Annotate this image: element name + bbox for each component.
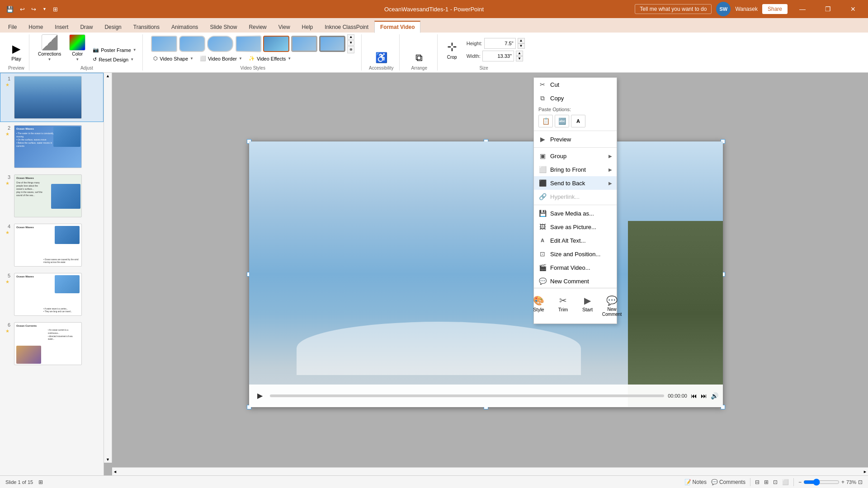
tab-help[interactable]: Help: [296, 21, 319, 33]
ctx-new-comment-label: New Comment: [550, 278, 612, 285]
zoom-in-btn[interactable]: +: [841, 479, 844, 485]
qa-more-btn[interactable]: ▼: [41, 6, 48, 12]
slide-item-1[interactable]: 1 ★: [0, 73, 104, 122]
video-style-1[interactable]: [151, 36, 177, 52]
ctx-new-comment[interactable]: 💬 New Comment: [534, 274, 617, 288]
ctx-sep-3: [534, 205, 617, 205]
styles-scroll-down[interactable]: ▼: [347, 40, 354, 46]
styles-more[interactable]: ⊕: [347, 46, 354, 53]
save-quickaccess-btn[interactable]: 💾: [5, 5, 15, 14]
horizontal-scroll[interactable]: ◄ ►: [112, 467, 868, 475]
tab-review[interactable]: Review: [243, 21, 272, 33]
tab-design[interactable]: Design: [99, 21, 127, 33]
slide-sorter-btn[interactable]: ⊞: [764, 479, 769, 485]
redo-btn[interactable]: ↪: [29, 5, 38, 14]
ctx-hyperlink: 🔗 Hyperlink...: [534, 190, 617, 203]
video-style-3[interactable]: [207, 36, 233, 52]
ctx-edit-alt[interactable]: A Edit Alt Text...: [534, 234, 617, 247]
tab-transitions[interactable]: Transitions: [127, 21, 165, 33]
reading-view-btn[interactable]: ⊡: [773, 479, 778, 485]
paste-opt-1[interactable]: 📋: [538, 115, 553, 127]
height-down-btn[interactable]: ▼: [518, 43, 525, 49]
qa-extra-btn[interactable]: ⊞: [51, 5, 60, 14]
width-input[interactable]: [482, 51, 514, 61]
ctx-cut[interactable]: ✂ Cut: [534, 78, 617, 91]
ctx-bring-to-front[interactable]: ⬜ Bring to Front ▶: [534, 163, 617, 176]
undo-btn[interactable]: ↩: [18, 5, 27, 14]
tab-home[interactable]: Home: [23, 21, 49, 33]
tab-inknoe[interactable]: Inknoe ClassPoint: [319, 21, 374, 33]
width-down-btn[interactable]: ▼: [516, 56, 523, 61]
slide-item-3[interactable]: 3 ★ Ocean Waves One of the things many p…: [0, 171, 104, 221]
tab-format-video[interactable]: Format Video: [374, 21, 420, 33]
reset-design-btn[interactable]: ↺ Reset Design ▼: [90, 55, 139, 64]
ctx-preview[interactable]: ▶ Preview: [534, 132, 617, 146]
height-input[interactable]: [484, 38, 516, 49]
zoom-slider[interactable]: [803, 479, 840, 486]
slide-item-2[interactable]: 2 ★ Ocean Waves • The water in the ocean…: [0, 122, 104, 171]
tab-draw[interactable]: Draw: [74, 21, 99, 33]
vscroll-up-btn[interactable]: ▲: [105, 73, 111, 79]
play-btn-ribbon[interactable]: ▶ Play: [7, 40, 25, 64]
normal-view-btn[interactable]: ⊟: [755, 479, 760, 485]
hscroll-left-btn[interactable]: ◄: [112, 469, 118, 475]
skip-back-btn[interactable]: ⏮: [691, 392, 697, 399]
corrections-btn[interactable]: Corrections ▼: [35, 32, 64, 64]
ctx-new-comment-bottom-btn[interactable]: 💬 New Comment: [601, 292, 623, 320]
video-style-2[interactable]: [179, 36, 205, 52]
slide-item-5[interactable]: 5 ★ Ocean Waves • A water wave is a seri…: [0, 270, 104, 319]
vertical-scroll[interactable]: ▲ ▼: [104, 73, 112, 463]
volume-btn[interactable]: 🔊: [711, 392, 718, 399]
vscroll-down-btn[interactable]: ▼: [105, 456, 111, 463]
video-style-5[interactable]: [263, 36, 289, 52]
arrange-btn[interactable]: ⧉: [415, 52, 423, 64]
minimize-btn[interactable]: —: [792, 2, 813, 16]
ctx-save-picture[interactable]: 🖼 Save as Picture...: [534, 220, 617, 234]
paste-opt-2[interactable]: 🔤: [555, 115, 569, 127]
ctx-style-btn[interactable]: 🎨 Style: [528, 292, 550, 320]
video-effects-btn[interactable]: ✨ Video Effects ▼: [246, 54, 293, 63]
ctx-trim-btn[interactable]: ✂ Trim: [552, 292, 574, 320]
accessibility-btn[interactable]: ♿: [375, 52, 387, 64]
ctx-group[interactable]: ▣ Group ▶: [534, 149, 617, 163]
video-shape-btn[interactable]: ⬡ Video Shape ▼: [151, 54, 196, 63]
poster-frame-btn[interactable]: 📷 Poster Frame ▼: [90, 46, 139, 54]
styles-scroll-up[interactable]: ▲: [347, 34, 354, 40]
tab-view[interactable]: View: [273, 21, 296, 33]
tab-file[interactable]: File: [2, 21, 23, 33]
notes-btn[interactable]: 📝 Notes: [684, 479, 707, 485]
width-up-btn[interactable]: ▲: [516, 51, 523, 56]
skip-forward-btn[interactable]: ⏭: [701, 392, 707, 399]
video-style-6[interactable]: [291, 36, 317, 52]
ctx-format-video[interactable]: 🎬 Format Video...: [534, 261, 617, 274]
tell-me-input[interactable]: Tell me what you want to do: [635, 4, 712, 14]
maximize-btn[interactable]: ❐: [817, 2, 838, 16]
color-btn[interactable]: Color ▼: [66, 32, 89, 64]
tab-animations[interactable]: Animations: [165, 21, 204, 33]
video-play-btn[interactable]: ▶: [254, 389, 266, 402]
close-btn[interactable]: ✕: [843, 2, 863, 16]
video-style-7[interactable]: [319, 36, 345, 52]
fit-slide-btn[interactable]: ⊡: [858, 479, 863, 485]
height-up-btn[interactable]: ▲: [518, 38, 525, 43]
tab-insert[interactable]: Insert: [49, 21, 74, 33]
slide-item-4[interactable]: 4 ★ Ocean Waves • Ocean waves are caused…: [0, 221, 104, 270]
ctx-copy[interactable]: ⧉ Copy: [534, 91, 617, 105]
slide-item-6[interactable]: 6 ★ Ocean Currents • An ocean current is…: [0, 319, 104, 368]
tab-slideshow[interactable]: Slide Show: [204, 21, 243, 33]
paste-opt-3[interactable]: A: [571, 115, 585, 127]
slide-layout-btn[interactable]: ⊞: [38, 479, 43, 485]
ctx-send-to-back[interactable]: ⬛ Send to Back ▶: [534, 176, 617, 190]
video-style-4[interactable]: [236, 36, 261, 52]
share-button[interactable]: Share: [762, 4, 788, 14]
comments-btn[interactable]: 💬 Comments: [711, 479, 745, 485]
hscroll-right-btn[interactable]: ►: [862, 469, 868, 475]
video-border-btn[interactable]: ⬜ Video Border ▼: [198, 54, 245, 63]
ctx-size-position[interactable]: ⊡ Size and Position...: [534, 247, 617, 261]
crop-btn[interactable]: ⊹ Crop: [443, 38, 461, 62]
zoom-out-btn[interactable]: −: [798, 479, 802, 485]
ctx-start-btn[interactable]: ▶ Start: [577, 292, 599, 320]
presenter-view-btn[interactable]: ⬜: [782, 479, 789, 485]
ctx-save-media[interactable]: 💾 Save Media as...: [534, 206, 617, 220]
progress-bar-container[interactable]: [270, 394, 664, 397]
